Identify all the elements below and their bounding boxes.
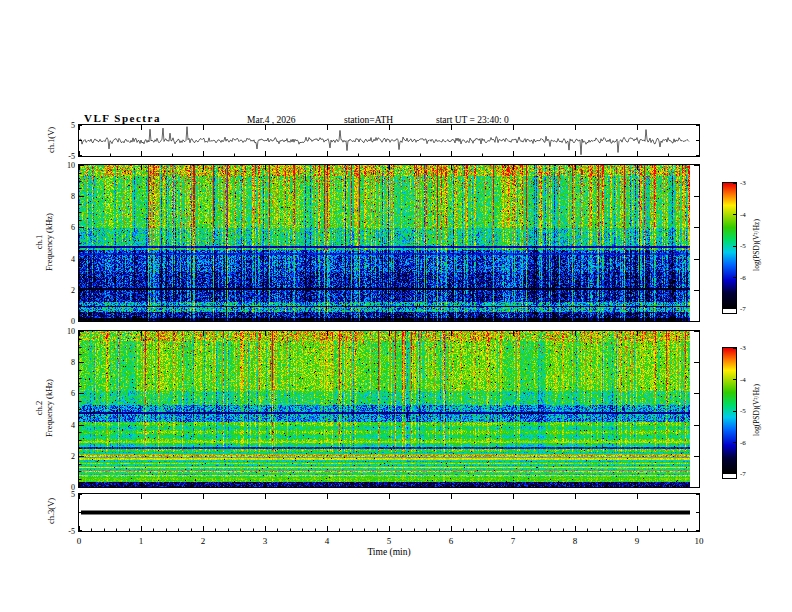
vlf-spectra-figure: VLF Spectra Mar.4 , 2026 station=ATH sta…: [0, 0, 792, 612]
tick-label: 0: [77, 536, 82, 546]
tick-label: 8: [71, 358, 75, 367]
ch2-spectrogram-panel: [78, 330, 700, 488]
ch1-waveform-canvas: [79, 125, 699, 156]
tick-label: 6: [71, 223, 75, 232]
tick-label: 5: [71, 121, 75, 130]
colorbar-ch2-canvas: [723, 348, 736, 474]
tick-label: 9: [635, 536, 640, 546]
tick-label: -6: [740, 274, 746, 282]
tick-label: 8: [71, 192, 75, 201]
tick-label: -7: [740, 470, 746, 478]
ch1-wave-ylabel: ch.1(V): [47, 127, 57, 153]
tick-label: 5: [387, 536, 392, 546]
tick-label: -6: [740, 439, 746, 447]
tick-label: -4: [740, 211, 746, 219]
tick-label: 0: [71, 317, 75, 326]
tick-label: 10: [67, 327, 75, 336]
tick-label: 6: [71, 389, 75, 398]
colorbar-ch1-label: log(PSD)(V²/Hz): [753, 219, 762, 271]
tick-label: 5: [71, 490, 75, 499]
tick-label: 7: [511, 536, 516, 546]
ch1-waveform-panel: [78, 124, 700, 157]
tick-label: -5: [68, 152, 75, 161]
tick-label: 10: [695, 536, 704, 546]
ch1-spec-ylabel-freq: Frequency (kHz): [45, 213, 55, 271]
colorbar-ch1-canvas: [723, 183, 736, 309]
ch3-waveform-canvas: [79, 494, 699, 531]
colorbar-ch2: [722, 347, 737, 479]
tick-label: -5: [740, 407, 746, 415]
figure-title: VLF Spectra: [84, 112, 161, 124]
colorbar-ch2-label: log(PSD)(V²/Hz): [753, 384, 762, 436]
tick-label: 3: [263, 536, 268, 546]
colorbar-ch1: [722, 182, 737, 314]
ch3-wave-ylabel: ch.3(V): [47, 498, 57, 524]
tick-label: -3: [740, 344, 746, 352]
tick-label: 8: [573, 536, 578, 546]
tick-label: 1: [139, 536, 144, 546]
tick-label: -4: [740, 376, 746, 384]
tick-label: 6: [449, 536, 454, 546]
tick-label: 10: [67, 161, 75, 170]
ch2-spectrogram-canvas: [79, 331, 699, 487]
ch3-waveform-panel: [78, 493, 700, 532]
tick-label: 4: [71, 420, 75, 429]
tick-label: -5: [68, 527, 75, 536]
ch1-spectrogram-panel: [78, 164, 700, 322]
tick-label: 2: [201, 536, 206, 546]
ch2-spec-ylabel: ch.2 Frequency (kHz): [35, 379, 55, 437]
ch1-spec-ylabel: ch.1 Frequency (kHz): [35, 213, 55, 271]
tick-label: 2: [71, 285, 75, 294]
tick-label: 4: [71, 254, 75, 263]
tick-label: -3: [740, 179, 746, 187]
tick-label: 4: [325, 536, 330, 546]
ch2-spec-ylabel-freq: Frequency (kHz): [45, 379, 55, 437]
tick-label: -7: [740, 305, 746, 313]
tick-label: 2: [71, 451, 75, 460]
ch1-spectrogram-canvas: [79, 165, 699, 321]
time-axis-label: Time (min): [367, 547, 410, 557]
tick-label: -5: [740, 242, 746, 250]
